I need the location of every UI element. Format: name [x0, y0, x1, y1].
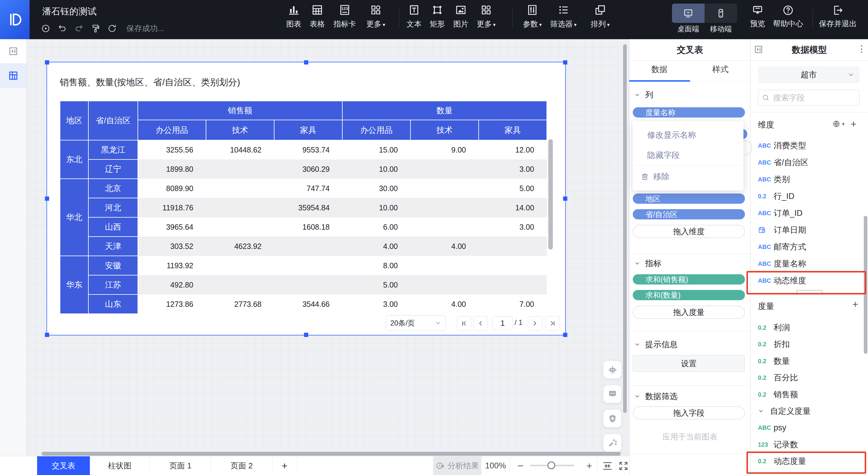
- province-cell: 天津: [88, 237, 138, 256]
- zoom-out-button[interactable]: −: [515, 456, 527, 475]
- pill-region[interactable]: 地区: [633, 194, 745, 204]
- bottom-tab-barchart[interactable]: 柱状图: [90, 456, 150, 475]
- kebab-menu-icon[interactable]: ⋮: [857, 43, 866, 54]
- bottom-tab-page1[interactable]: 页面 1: [150, 456, 211, 475]
- field-item-订单日期[interactable]: 订单日期: [758, 222, 862, 238]
- drop-dimension-zone[interactable]: 拖入维度: [633, 225, 745, 238]
- globe-caret-icon[interactable]: ▾: [842, 121, 844, 127]
- tooltip-settings-button[interactable]: 设置: [633, 355, 745, 372]
- field-item-百分比[interactable]: 0.2百分比: [758, 369, 862, 386]
- pill-province[interactable]: 省/自治区: [633, 209, 745, 219]
- page-size-select[interactable]: 20条/页: [386, 315, 446, 331]
- selection-handle-s[interactable]: [304, 333, 308, 337]
- desktop-toggle-button[interactable]: [672, 4, 705, 23]
- field-item-自定义度量[interactable]: 自定义度量: [758, 403, 862, 419]
- field-item-省/自治区[interactable]: ABC省/自治区: [758, 154, 862, 171]
- field-item-消费类型[interactable]: ABC消费类型: [758, 137, 862, 154]
- canvas-vertical-scrollbar[interactable]: [623, 44, 627, 413]
- field-item-订单_ID[interactable]: ABC订单_ID: [758, 205, 862, 222]
- field-item-数量[interactable]: 0.2数量: [758, 353, 862, 370]
- comment-button[interactable]: [603, 385, 621, 403]
- selection-handle-sw[interactable]: [45, 333, 49, 337]
- section-tooltip[interactable]: 提示信息: [634, 339, 678, 350]
- field-item-度量名称[interactable]: ABC度量名称: [758, 255, 862, 272]
- document-title[interactable]: 潘石钰的测试: [42, 5, 96, 18]
- toolbar-arrange-button[interactable]: 排列▾: [578, 4, 623, 29]
- add-measure-button[interactable]: +: [852, 300, 858, 308]
- menu-item-remove[interactable]: 移除: [641, 171, 670, 182]
- next-page-button[interactable]: [528, 316, 542, 331]
- value-cell: 8089.90: [138, 179, 206, 198]
- pill-sum-quantity[interactable]: 求和(数量): [633, 290, 745, 300]
- field-item-psy[interactable]: ABCpsy: [758, 419, 862, 436]
- zoom-slider-knob[interactable]: [548, 462, 555, 469]
- dataset-select[interactable]: 超市: [758, 66, 860, 83]
- section-columns[interactable]: 列: [634, 90, 653, 100]
- analysis-result-button[interactable]: 分析结果: [433, 456, 482, 475]
- zoom-in-button[interactable]: +: [583, 456, 595, 475]
- history-icon[interactable]: [41, 24, 50, 33]
- page-number-input[interactable]: [493, 316, 513, 330]
- field-item-折扣[interactable]: 0.2折扣: [758, 336, 862, 353]
- pill-sum-sales[interactable]: 求和(销售额): [633, 274, 745, 284]
- fullscreen-icon[interactable]: [618, 460, 629, 472]
- panel-scrollbar[interactable]: [864, 216, 867, 354]
- add-page-button[interactable]: +: [272, 456, 297, 475]
- section-data-filter[interactable]: 数据筛选: [634, 391, 678, 402]
- field-item-邮寄方式[interactable]: ABC邮寄方式: [758, 238, 862, 255]
- mobile-toggle-button[interactable]: [705, 4, 737, 23]
- undo-icon[interactable]: [58, 24, 67, 33]
- menu-item-rename[interactable]: 修改显示名称: [647, 130, 696, 140]
- first-page-button[interactable]: [457, 316, 471, 331]
- field-item-动态维度[interactable]: ABC动态维度: [758, 272, 862, 289]
- field-item-类别[interactable]: ABC类别: [758, 171, 862, 188]
- panel-expand-icon: [8, 46, 19, 56]
- last-page-button[interactable]: [545, 316, 560, 331]
- toolbar-more-media-button[interactable]: 更多▾: [464, 4, 509, 29]
- value-cell: [274, 256, 342, 275]
- field-item-行_ID[interactable]: 0.2行_ID: [758, 188, 862, 205]
- selection-handle-n[interactable]: [304, 60, 308, 65]
- bottom-tab-page2[interactable]: 页面 2: [211, 456, 272, 475]
- save-exit-button[interactable]: 保存并退出: [814, 4, 862, 29]
- menu-item-hide[interactable]: 隐藏字段: [647, 150, 680, 161]
- field-item-动态度量[interactable]: 0.2动态度量: [758, 453, 862, 470]
- value-cell: 9553.74: [274, 140, 342, 160]
- redo-icon[interactable]: [74, 24, 84, 33]
- search-icon: [762, 94, 770, 102]
- drop-filter-field-zone[interactable]: 拖入字段: [633, 406, 745, 419]
- pill-measure-name[interactable]: 度量名称: [633, 107, 745, 117]
- prev-page-button[interactable]: [473, 316, 488, 331]
- app-logo[interactable]: [0, 0, 30, 39]
- tab-data[interactable]: 数据: [629, 64, 690, 75]
- canvas-horizontal-scrollbar[interactable]: [42, 452, 621, 456]
- province-cell: 安徽: [88, 256, 138, 275]
- selection-handle-ne[interactable]: [563, 60, 567, 65]
- section-metrics[interactable]: 指标: [634, 258, 661, 269]
- selection-handle-w[interactable]: [45, 197, 49, 201]
- selection-handle-nw[interactable]: [45, 60, 49, 65]
- globe-icon[interactable]: [832, 120, 840, 128]
- selection-handle-e[interactable]: [563, 197, 567, 201]
- field-item-利润[interactable]: 0.2利润: [758, 319, 862, 336]
- field-item-记录数[interactable]: 123记录数: [758, 436, 862, 453]
- field-search-input[interactable]: [773, 93, 856, 103]
- add-dimension-button[interactable]: +: [850, 120, 857, 128]
- sidebar-item-components[interactable]: [0, 63, 27, 88]
- ai-assistant-button[interactable]: [603, 361, 621, 379]
- fit-width-icon[interactable]: [602, 460, 613, 472]
- region-cell: 华北: [60, 179, 88, 256]
- value-cell: 3544.66: [274, 295, 342, 314]
- table-scrollbar[interactable]: [548, 139, 553, 249]
- security-button[interactable]: [603, 410, 621, 428]
- selection-handle-se[interactable]: [563, 333, 567, 337]
- format-brush-icon[interactable]: [91, 24, 100, 33]
- field-item-销售额[interactable]: 0.2销售额: [758, 386, 862, 403]
- sidebar-collapse-button[interactable]: [0, 39, 27, 64]
- drop-measure-zone[interactable]: 拖入度量: [633, 306, 745, 319]
- tab-style[interactable]: 样式: [690, 64, 751, 75]
- magic-button[interactable]: [603, 434, 621, 452]
- refresh-icon[interactable]: [107, 24, 117, 33]
- help-center-button[interactable]: 帮助中心: [764, 4, 812, 29]
- bottom-tab-crosstab[interactable]: 交叉表: [37, 456, 90, 475]
